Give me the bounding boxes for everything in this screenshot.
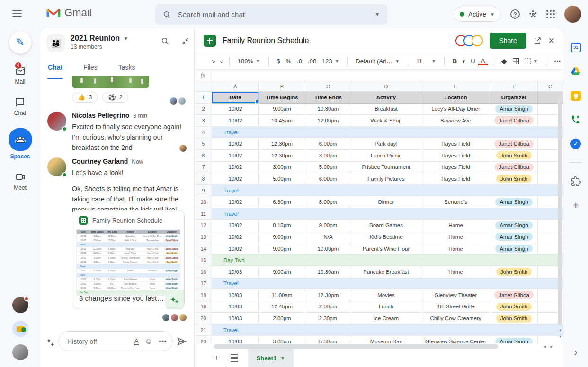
row-number[interactable]: 1 [195,92,212,104]
room-menu-caret-icon[interactable]: ▼ [124,36,128,41]
cell-date[interactable]: 10/02 [212,173,259,185]
cell-date[interactable]: 10/02 [212,162,259,174]
contact-avatar[interactable] [12,297,28,313]
cell-date[interactable]: 10/02 [212,243,259,255]
cell-location[interactable]: Glenview Theater [421,289,490,301]
formula-bar[interactable]: fx [195,70,563,81]
cell-time-ends[interactable]: 2.30pm [305,313,351,324]
cell-date[interactable]: 10/03 [212,266,259,278]
italic-button[interactable]: I [460,58,468,65]
settings-gear-icon[interactable] [529,10,537,18]
travel-row-band[interactable]: Travel [212,185,563,197]
column-header-D[interactable]: D [351,81,421,92]
cell-time-ends[interactable]: 2.00pm [305,301,351,313]
tasks-icon[interactable]: ✓ [570,138,581,149]
cell-activity[interactable]: Museum Day [351,336,421,343]
cell-time-ends[interactable]: 10.00pm [305,243,351,255]
cell-organizer[interactable]: Janet Gilboa [490,115,538,127]
drive-icon[interactable] [570,66,581,77]
expand-panel-chevron-icon[interactable]: › [574,347,578,358]
add-sheet-icon[interactable]: + [214,353,219,363]
more-formats-button[interactable]: 123▼ [319,58,342,65]
travel-row-band[interactable]: Travel [212,278,563,290]
underline-button[interactable]: U [468,58,478,65]
google-apps-icon[interactable] [546,10,555,18]
search-bar[interactable]: Search mail and chat ▼ [155,4,387,25]
cell-location[interactable]: Home [421,220,490,232]
send-icon[interactable] [176,336,187,347]
cell-time-ends[interactable]: 5.00pm [305,162,351,174]
header-cell[interactable]: Activity [351,92,421,104]
cell-time-begins[interactable]: 12.30pm [259,150,305,162]
cell-time-begins[interactable]: 11.00am [259,289,305,301]
toolbar-more-icon[interactable]: ••• [551,58,563,65]
column-header-F[interactable]: F [490,81,538,92]
cell-activity[interactable]: Kid’s Bedtime [351,231,421,243]
collapse-icon[interactable] [181,37,189,45]
cell-time-begins[interactable]: 9.00am [259,266,305,278]
row-number[interactable]: 14 [195,243,212,255]
all-sheets-menu-icon[interactable] [231,354,238,362]
search-options-caret-icon[interactable]: ▼ [375,12,380,17]
cell-organizer[interactable]: Amar Singh [490,196,538,208]
cell-activity[interactable]: Lunch [351,301,421,313]
sender-avatar[interactable] [47,112,66,131]
vertical-scroll-arrows[interactable]: ▲▼ [559,328,562,338]
sender-avatar[interactable] [47,157,66,176]
reaction-soccer[interactable]: ⚽ 2 [102,92,128,103]
header-cell[interactable]: Organizer [490,92,538,104]
cell-organizer[interactable]: John Smith [490,150,538,162]
cell-activity[interactable]: Ice Cream [351,313,421,324]
fill-color-icon[interactable] [499,59,510,64]
cell-time-ends[interactable]: N/A [305,231,351,243]
cell-activity[interactable]: Board Games [351,220,421,232]
contact-avatar[interactable] [12,344,28,360]
vertical-scrollbar[interactable] [558,95,562,325]
sidebar-item-spaces[interactable]: Spaces [9,128,32,160]
cell-time-ends[interactable]: 12.00pm [305,115,351,127]
row-number[interactable]: 21 [195,324,212,336]
cell-time-begins[interactable]: 3.00pm [259,336,305,343]
row-number[interactable]: 11 [195,208,212,220]
cell-date[interactable]: 10/02 [212,196,259,208]
format-currency-button[interactable]: $ [274,58,283,65]
cell-time-begins[interactable]: 9.00pm [259,243,305,255]
cell-time-begins[interactable]: 8.15pm [259,220,305,232]
cell-activity[interactable]: Movies [351,289,421,301]
bold-button[interactable]: B [450,58,460,65]
cell-date[interactable]: 10/02 [212,150,259,162]
horizontal-scrollbar[interactable] [214,344,498,349]
column-header-A[interactable]: A [212,81,259,92]
cell-date[interactable]: 10/03 [212,313,259,324]
font-selector[interactable]: Default (Ari…▼ [353,58,402,65]
row-number[interactable]: 17 [195,278,212,290]
chat-search-icon[interactable] [161,37,169,45]
decrease-decimal-button[interactable]: .0 [294,58,305,65]
cell-location[interactable]: Bayview Ave [421,115,490,127]
cell-location[interactable]: Chilly Cow Creamery [421,313,490,324]
close-icon[interactable]: ✕ [548,36,555,46]
row-number[interactable]: 16 [195,266,212,278]
get-addons-plus-icon[interactable]: + [570,200,581,211]
row-number[interactable]: 12 [195,220,212,232]
cell-activity[interactable]: Dinner [351,196,421,208]
keep-icon[interactable] [570,90,581,101]
zoom-selector[interactable]: 100%▼ [235,58,263,65]
header-cell[interactable]: Time Ends [305,92,351,104]
cell-time-ends[interactable]: 9.00pm [305,220,351,232]
cell-organizer[interactable]: Amar Singh [490,231,538,243]
reaction-thumbs-up[interactable]: 👍 3 [72,92,98,103]
row-number[interactable]: 15 [195,254,212,266]
more-options-icon[interactable]: ••• [159,337,167,346]
cell-location[interactable]: Serrano’s [421,196,490,208]
cell-time-ends[interactable]: 10.30am [305,104,351,115]
share-button[interactable]: Share [490,33,526,49]
voice-icon[interactable] [570,114,581,125]
cell-date[interactable]: 10/02 [212,220,259,232]
cell-activity[interactable]: Breakfast [351,104,421,115]
cell-location[interactable]: Home [421,231,490,243]
cell-date[interactable]: 10/02 [212,138,259,150]
cell-activity[interactable]: Pancake Breakfast [351,266,421,278]
cell-time-begins[interactable]: 2.00pm [259,313,305,324]
selected-cell-a1[interactable]: Date [212,92,259,104]
